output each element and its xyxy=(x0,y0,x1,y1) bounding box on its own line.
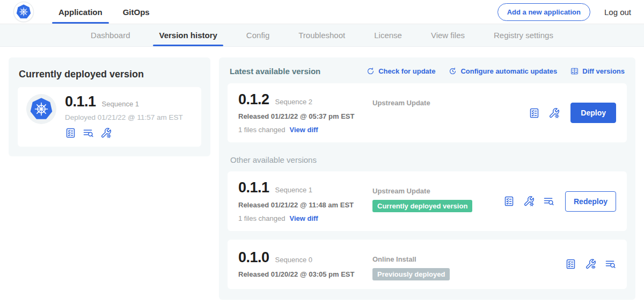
check-for-update-link[interactable]: Check for update xyxy=(367,67,435,75)
subnav-tab-dashboard[interactable]: Dashboard xyxy=(76,24,144,46)
deployed-sequence-label: Sequence 1 xyxy=(102,100,139,108)
currently-deployed-card: Currently deployed version 0.1.1 Sequenc… xyxy=(9,57,210,156)
tab-application-label: Application xyxy=(58,8,103,17)
subnav-tab-troubleshoot[interactable]: Troubleshoot xyxy=(284,24,360,46)
view-diff-link[interactable]: View diff xyxy=(289,126,318,134)
currently-deployed-title: Currently deployed version xyxy=(19,69,200,80)
release-notes-icon[interactable] xyxy=(65,127,76,139)
release-notes-icon[interactable] xyxy=(529,107,540,119)
config-icon[interactable] xyxy=(548,107,560,119)
latest-available-heading: Latest available version xyxy=(230,67,320,76)
version-history-panel: Latest available version Check for updat… xyxy=(219,57,635,300)
view-diff-link[interactable]: View diff xyxy=(289,214,318,222)
configure-automatic-updates-label: Configure automatic updates xyxy=(460,67,557,75)
header-tabs: Application GitOps xyxy=(48,0,160,24)
version-number: 0.1.1 xyxy=(238,180,269,195)
diff-icon xyxy=(570,67,579,75)
released-timestamp: Released 01/21/22 @ 11:48 am EST xyxy=(238,201,372,209)
release-notes-icon[interactable] xyxy=(565,258,576,270)
subnav-tab-config[interactable]: Config xyxy=(232,24,284,46)
config-icon[interactable] xyxy=(100,127,112,139)
release-notes-icon[interactable] xyxy=(503,196,515,207)
refresh-icon xyxy=(367,67,375,75)
deployed-version-number: 0.1.1 xyxy=(65,94,96,109)
check-for-update-label: Check for update xyxy=(378,67,435,75)
version-row-0-1-1: 0.1.1 Sequence 1 Released 01/21/22 @ 11:… xyxy=(228,171,627,230)
app-header: Application GitOps Add a new application… xyxy=(0,0,644,24)
version-source-label: Upstream Update xyxy=(372,99,529,107)
deploy-logs-icon[interactable] xyxy=(543,196,554,207)
sequence-label: Sequence 0 xyxy=(275,256,312,264)
subnav-tab-license[interactable]: License xyxy=(360,24,416,46)
version-number: 0.1.2 xyxy=(238,92,269,107)
subnav-tab-version-history[interactable]: Version history xyxy=(144,24,231,46)
schedule-update-icon xyxy=(449,67,457,75)
version-row-0-1-0: 0.1.0 Sequence 0 Released 01/20/22 @ 03:… xyxy=(228,240,627,289)
kubernetes-logo xyxy=(14,2,33,21)
released-timestamp: Released 01/20/22 @ 03:05 pm EST xyxy=(238,270,372,278)
redeploy-button[interactable]: Redeploy xyxy=(565,191,616,212)
deploy-logs-icon[interactable] xyxy=(83,127,94,139)
subnav-tab-view-files[interactable]: View files xyxy=(416,24,479,46)
config-view-icon[interactable] xyxy=(585,258,596,270)
logout-link[interactable]: Log out xyxy=(604,8,631,17)
previously-deployed-badge: Previously deployed xyxy=(372,268,450,280)
sequence-label: Sequence 2 xyxy=(275,98,312,106)
deploy-logs-icon[interactable] xyxy=(605,258,616,270)
deploy-button[interactable]: Deploy xyxy=(570,103,616,123)
app-subnav: Dashboard Version history Config Trouble… xyxy=(0,24,644,47)
version-source-label: Upstream Update xyxy=(372,187,503,195)
currently-deployed-badge: Currently deployed version xyxy=(372,200,472,212)
other-available-heading: Other available versions xyxy=(230,155,624,164)
add-application-button[interactable]: Add a new application xyxy=(497,3,590,21)
subnav-tab-registry-settings[interactable]: Registry settings xyxy=(479,24,568,46)
files-changed-label: 1 files changed xyxy=(238,214,285,222)
tab-gitops[interactable]: GitOps xyxy=(113,0,160,24)
diff-versions-link[interactable]: Diff versions xyxy=(570,67,625,75)
tab-gitops-label: GitOps xyxy=(123,8,150,17)
files-changed-label: 1 files changed xyxy=(238,126,285,134)
app-icon xyxy=(26,94,56,124)
sequence-label: Sequence 1 xyxy=(275,186,312,194)
version-row-0-1-2: 0.1.2 Sequence 2 Released 01/21/22 @ 05:… xyxy=(228,83,627,142)
deployed-version-card: 0.1.1 Sequence 1 Deployed 01/21/22 @ 11:… xyxy=(18,87,201,147)
version-number: 0.1.0 xyxy=(238,250,269,265)
diff-versions-label: Diff versions xyxy=(582,67,625,75)
released-timestamp: Released 01/21/22 @ 05:37 pm EST xyxy=(238,112,372,120)
config-icon[interactable] xyxy=(523,196,535,207)
version-source-label: Online Install xyxy=(372,255,565,263)
deployed-timestamp: Deployed 01/21/22 @ 11:57 am EST xyxy=(65,113,183,121)
tab-application[interactable]: Application xyxy=(48,0,113,24)
configure-automatic-updates-link[interactable]: Configure automatic updates xyxy=(449,67,557,75)
